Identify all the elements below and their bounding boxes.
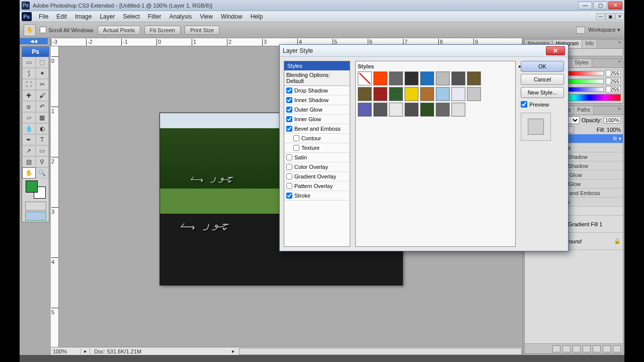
fill-field[interactable]: 100% [607, 127, 621, 133]
blur-tool[interactable]: 💧 [22, 123, 36, 134]
effect-pattern-overlay[interactable]: Pattern Overlay [284, 182, 350, 191]
gradient-tool[interactable]: ▦ [36, 112, 49, 123]
panel-close-icon[interactable]: × [616, 59, 623, 67]
style-preset-2[interactable] [389, 71, 403, 85]
styles-menu-icon[interactable]: ▸ [519, 63, 521, 69]
menu-view[interactable]: View [196, 12, 217, 22]
effect-outer-glow[interactable]: Outer Glow [284, 105, 350, 115]
tab-styles[interactable]: Styles [572, 59, 592, 67]
menu-select[interactable]: Select [119, 12, 143, 22]
style-preset-7[interactable] [467, 71, 481, 85]
marquee-tool[interactable]: ⬚ [36, 57, 49, 68]
style-preset-6[interactable] [451, 71, 465, 85]
menu-filter[interactable]: Filter [144, 12, 166, 22]
style-preset-19[interactable] [405, 103, 419, 117]
zoom-tool[interactable]: 🔍 [36, 167, 49, 178]
group-icon[interactable] [593, 345, 601, 352]
style-preset-10[interactable] [389, 87, 403, 101]
layer-mask-icon[interactable] [573, 345, 581, 352]
dodge-tool[interactable]: ◐ [36, 123, 49, 134]
new-layer-icon[interactable] [603, 345, 611, 352]
menu-image[interactable]: Image [71, 12, 96, 22]
style-preset-17[interactable] [373, 103, 387, 117]
scrollbar-horizontal[interactable] [239, 348, 522, 355]
preview-checkbox[interactable]: Preview [521, 101, 564, 108]
workspace-icon[interactable] [576, 27, 585, 34]
adjustment-layer-icon[interactable] [583, 345, 591, 352]
move-tool[interactable]: ▭ [22, 57, 36, 68]
menu-edit[interactable]: Edit [52, 12, 71, 22]
menu-layer[interactable]: Layer [96, 12, 119, 22]
style-preset-20[interactable] [420, 103, 434, 117]
actual-pixels-button[interactable]: Actual Pixels [98, 26, 140, 35]
opacity-field[interactable]: 100% [604, 117, 621, 124]
type-tool[interactable]: T [36, 134, 49, 145]
hand-tool[interactable]: ✋ [22, 167, 36, 178]
cancel-button[interactable]: Cancel [521, 74, 564, 85]
scroll-all-checkbox[interactable]: Scroll All Windows [40, 27, 94, 33]
tab-info[interactable]: Info [582, 40, 597, 48]
shape-tool[interactable]: ▭ [36, 145, 49, 156]
foreground-color[interactable] [26, 180, 38, 193]
style-preset-9[interactable] [373, 87, 387, 101]
style-preset-16[interactable] [358, 103, 372, 117]
style-preset-13[interactable] [436, 87, 450, 101]
b-value[interactable]: 255 [606, 86, 621, 93]
wand-tool[interactable]: ✦ [36, 68, 49, 79]
style-preset-1[interactable] [373, 71, 387, 85]
g-value[interactable]: 255 [606, 78, 621, 85]
hand-tool-icon[interactable]: ✋ [24, 24, 36, 36]
layer-style-icon[interactable] [562, 345, 571, 352]
heal-tool[interactable]: ✚ [22, 90, 36, 101]
screenmode-toggle[interactable] [25, 212, 46, 221]
style-preset-18[interactable] [389, 103, 403, 117]
quickmask-toggle[interactable] [25, 202, 46, 211]
effect-satin[interactable]: Satin [284, 153, 350, 162]
close-button[interactable]: ✕ [608, 2, 622, 10]
effect-stroke[interactable]: Stroke [284, 191, 350, 201]
style-preset-8[interactable] [358, 87, 372, 101]
doc-minimize-button[interactable]: — [596, 13, 605, 20]
style-preset-14[interactable] [451, 87, 465, 101]
pen-tool[interactable]: ✒ [22, 134, 36, 145]
effect-color-overlay[interactable]: Color Overlay [284, 162, 350, 172]
menu-file[interactable]: File [35, 12, 52, 22]
menu-help[interactable]: Help [247, 12, 267, 22]
print-size-button[interactable]: Print Size [185, 26, 219, 35]
dialog-titlebar[interactable]: Layer Style ✕ [280, 45, 568, 57]
style-preset-0[interactable] [358, 71, 372, 85]
minimize-button[interactable]: — [578, 2, 592, 10]
color-picker[interactable] [26, 180, 46, 199]
effect-inner-glow[interactable]: Inner Glow [284, 115, 350, 124]
menu-window[interactable]: Window [217, 12, 247, 22]
notes-tool[interactable]: ▤ [22, 156, 36, 167]
effect-texture[interactable]: Texture [284, 143, 350, 153]
maximize-button[interactable]: ▢ [593, 2, 607, 10]
history-brush-tool[interactable]: ↶ [36, 101, 49, 112]
toolbox-collapse[interactable]: ◀◀ [20, 38, 48, 44]
stamp-tool[interactable]: ⧈ [22, 101, 36, 112]
new-style-button[interactable]: New Style... [521, 87, 564, 98]
style-preset-12[interactable] [420, 87, 434, 101]
style-preset-11[interactable] [405, 87, 419, 101]
effect-contour[interactable]: Contour [284, 134, 350, 143]
panel-close-icon[interactable]: × [616, 106, 623, 115]
effect-drop-shadow[interactable]: Drop Shadow [284, 86, 350, 96]
doc-close-button[interactable]: ✕ [615, 13, 624, 20]
eyedropper-tool[interactable]: ⚲ [36, 156, 49, 167]
style-preset-15[interactable] [467, 87, 481, 101]
dialog-close-button[interactable]: ✕ [546, 46, 565, 55]
styles-header[interactable]: Styles [284, 61, 350, 70]
fit-screen-button[interactable]: Fit Screen [144, 26, 181, 35]
path-tool[interactable]: ↗ [22, 145, 36, 156]
panel-close-icon[interactable]: × [616, 40, 623, 48]
effect-gradient-overlay[interactable]: Gradient Overlay [284, 172, 350, 182]
eraser-tool[interactable]: ▱ [22, 112, 36, 123]
style-preset-21[interactable] [436, 103, 450, 117]
brush-tool[interactable]: 🖌 [36, 90, 49, 101]
r-value[interactable]: 255 [606, 70, 621, 77]
effect-bevel-and-emboss[interactable]: Bevel and Emboss [284, 124, 350, 134]
menu-analysis[interactable]: Analysis [165, 12, 196, 22]
workspace-dropdown[interactable]: Workspace ▾ [588, 27, 620, 33]
crop-tool[interactable]: ⛶ [22, 79, 36, 90]
